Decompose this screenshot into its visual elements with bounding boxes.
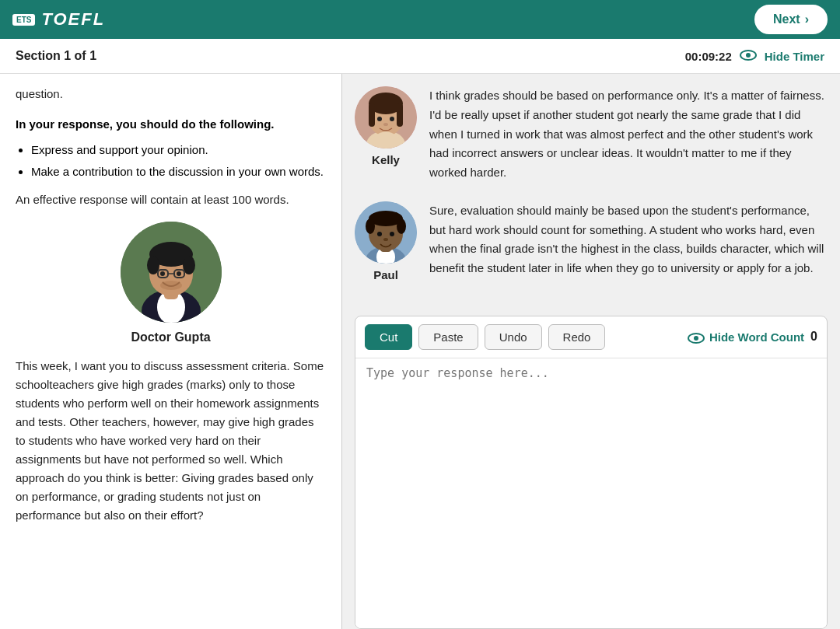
editor-toolbar: Cut Paste Undo Redo Hide Word Count bbox=[355, 316, 827, 358]
paste-button[interactable]: Paste bbox=[418, 324, 478, 350]
professor-container: Doctor Gupta bbox=[16, 222, 326, 344]
student-entry-kelly: Kelly I think grades should be based on … bbox=[355, 86, 828, 183]
svg-point-34 bbox=[377, 232, 382, 236]
word-count-area: Hide Word Count 0 bbox=[688, 330, 817, 344]
eye-icon bbox=[740, 48, 757, 65]
svg-point-25 bbox=[383, 123, 388, 126]
paul-comment: Sure, evaluation should mainly be based … bbox=[429, 201, 828, 278]
svg-point-14 bbox=[177, 271, 181, 276]
paul-info: Paul bbox=[355, 201, 417, 281]
paul-avatar bbox=[355, 201, 417, 264]
svg-point-15 bbox=[160, 281, 182, 290]
hide-word-count-label: Hide Word Count bbox=[709, 330, 804, 344]
paul-name: Paul bbox=[373, 268, 398, 281]
instruction-bold: In your response, you should do the foll… bbox=[16, 116, 326, 134]
student-entry-paul: Paul Sure, evaluation should mainly be b… bbox=[355, 201, 828, 281]
svg-rect-21 bbox=[369, 103, 375, 127]
toefl-logo: TOEFL bbox=[41, 9, 105, 30]
kelly-avatar bbox=[355, 86, 417, 149]
svg-point-13 bbox=[160, 271, 165, 276]
next-button[interactable]: Next › bbox=[754, 5, 828, 34]
svg-point-36 bbox=[383, 238, 388, 241]
svg-point-33 bbox=[397, 218, 406, 234]
hide-timer-button[interactable]: Hide Timer bbox=[765, 50, 824, 63]
svg-point-24 bbox=[390, 117, 394, 121]
svg-rect-22 bbox=[397, 103, 403, 127]
word-count-display: 0 bbox=[810, 330, 817, 344]
professor-name: Doctor Gupta bbox=[131, 330, 210, 344]
professor-avatar bbox=[121, 222, 222, 323]
undo-button[interactable]: Undo bbox=[485, 324, 542, 350]
timer-display: 00:09:22 bbox=[685, 50, 732, 63]
next-label: Next bbox=[773, 12, 800, 26]
kelly-comment: I think grades should be based on perfor… bbox=[429, 86, 828, 183]
right-panel: Kelly I think grades should be based on … bbox=[342, 74, 840, 629]
svg-point-23 bbox=[377, 117, 382, 121]
bullet-2: Make a contribution to the discussion in… bbox=[31, 163, 326, 181]
discussion-area: Kelly I think grades should be based on … bbox=[355, 86, 828, 308]
hide-word-count-button[interactable]: Hide Word Count bbox=[688, 330, 804, 344]
redo-button[interactable]: Redo bbox=[548, 324, 606, 350]
svg-point-1 bbox=[746, 53, 751, 58]
section-label: Section 1 of 1 bbox=[16, 49, 96, 63]
instruction-bullets: Express and support your opinion. Make a… bbox=[31, 142, 326, 181]
header: ETS TOEFL Next › bbox=[0, 0, 840, 39]
svg-point-38 bbox=[694, 336, 698, 341]
effective-response-text: An effective response will contain at le… bbox=[16, 190, 326, 209]
svg-point-32 bbox=[366, 218, 375, 234]
main-content: question. In your response, you should d… bbox=[0, 74, 840, 629]
timer-area: 00:09:22 Hide Timer bbox=[685, 48, 824, 65]
kelly-info: Kelly bbox=[355, 86, 417, 166]
svg-point-35 bbox=[390, 232, 394, 236]
response-editor[interactable] bbox=[355, 358, 827, 628]
next-chevron-icon: › bbox=[805, 12, 809, 26]
cut-button[interactable]: Cut bbox=[365, 324, 412, 350]
left-panel: question. In your response, you should d… bbox=[0, 74, 342, 629]
kelly-name: Kelly bbox=[372, 153, 400, 166]
editor-section: Cut Paste Undo Redo Hide Word Count bbox=[355, 316, 828, 629]
logo-area: ETS TOEFL bbox=[12, 9, 105, 30]
partial-question-text: question. bbox=[16, 85, 326, 103]
discussion-prompt: This week, I want you to discuss assessm… bbox=[16, 357, 326, 525]
section-bar: Section 1 of 1 00:09:22 Hide Timer bbox=[0, 39, 840, 74]
ets-badge: ETS bbox=[12, 14, 35, 26]
bullet-1: Express and support your opinion. bbox=[31, 142, 326, 159]
eye-word-icon bbox=[688, 330, 705, 344]
